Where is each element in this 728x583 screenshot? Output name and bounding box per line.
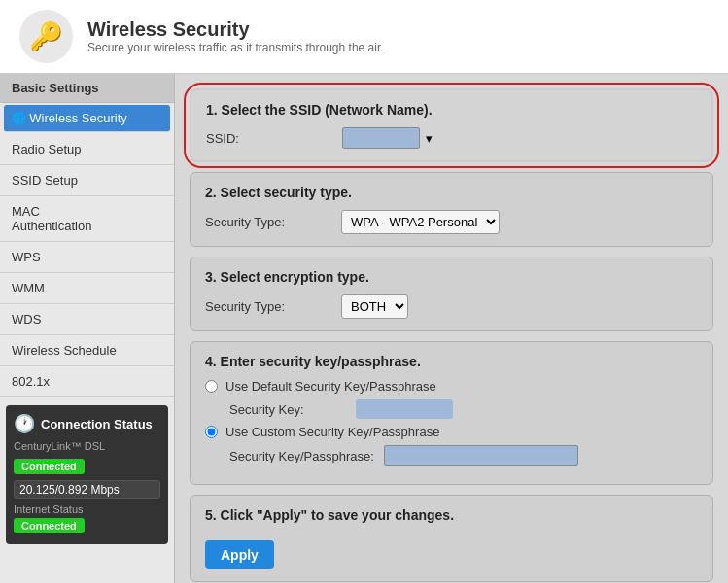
passphrase-label: Security Key/Passphrase:	[229, 449, 374, 463]
internet-status-label: Internet Status	[14, 503, 160, 515]
security-type-form-row: Security Type: WPA - WPA2 Personal Open …	[205, 210, 698, 234]
radio-custom-key-input[interactable]	[205, 426, 218, 438]
sidebar-item-wireless-security[interactable]: Wireless Security	[4, 105, 170, 132]
security-key-section: 4. Enter security key/passphrase. Use De…	[190, 341, 713, 485]
radio-default-key-label: Use Default Security Key/Passphrase	[225, 379, 436, 394]
security-key-label: Security Key:	[229, 402, 346, 417]
security-key-blurred	[356, 399, 453, 419]
ssid-select-wrapper: ▾	[342, 127, 433, 149]
sidebar-item-ssid-setup[interactable]: SSID Setup	[0, 165, 174, 196]
section2-title: 2. Select security type.	[205, 185, 698, 200]
connected-badge: Connected	[14, 459, 85, 474]
ssid-section: 1. Select the SSID (Network Name). SSID:…	[190, 88, 713, 162]
default-key-row: Security Key:	[229, 399, 698, 419]
speedometer-icon: 🕐	[14, 413, 35, 434]
page-title: Wireless Security	[87, 18, 384, 41]
sidebar-basic-settings-title: Basic Settings	[0, 74, 174, 103]
ssid-oval-outline	[184, 83, 719, 168]
sidebar-item-wps[interactable]: WPS	[0, 242, 174, 273]
encryption-type-select[interactable]: BOTH TKIP AES	[341, 294, 408, 319]
apply-button[interactable]: Apply	[205, 540, 274, 569]
radio-custom-key: Use Custom Security Key/Passphrase	[205, 425, 698, 439]
main-layout: Basic Settings Wireless Security Radio S…	[0, 74, 728, 583]
encryption-type-section: 3. Select encryption type. Security Type…	[190, 257, 713, 331]
security-type-label: Security Type:	[205, 215, 331, 229]
sidebar-item-wds[interactable]: WDS	[0, 304, 174, 335]
header-text: Wireless Security Secure your wireless t…	[87, 18, 384, 54]
encryption-type-label: Security Type:	[205, 299, 331, 314]
ssid-blurred-value	[342, 127, 420, 149]
section5-title: 5. Click "Apply" to save your changes.	[205, 507, 698, 523]
ssid-dropdown-arrow[interactable]: ▾	[426, 131, 433, 146]
internet-connected-badge: Connected	[14, 518, 85, 533]
security-type-section: 2. Select security type. Security Type: …	[190, 172, 713, 247]
passphrase-input[interactable]	[384, 445, 578, 466]
sidebar-item-wireless-schedule[interactable]: Wireless Schedule	[0, 335, 174, 366]
page-header: 🔑 Wireless Security Secure your wireless…	[0, 0, 728, 74]
sidebar-item-wmm[interactable]: WMM	[0, 273, 174, 304]
ssid-label: SSID:	[206, 131, 332, 146]
custom-key-row: Security Key/Passphrase:	[229, 445, 698, 466]
sidebar: Basic Settings Wireless Security Radio S…	[0, 74, 175, 583]
encryption-type-form-row: Security Type: BOTH TKIP AES	[205, 294, 698, 319]
section1-title: 1. Select the SSID (Network Name).	[206, 102, 697, 118]
speed-text: 20.125/0.892 Mbps	[14, 480, 160, 499]
isp-label: CenturyLink™ DSL	[14, 440, 160, 452]
apply-section: 5. Click "Apply" to save your changes. A…	[190, 495, 713, 582]
header-icon: 🔑	[19, 10, 73, 63]
radio-default-key: Use Default Security Key/Passphrase	[205, 379, 698, 394]
security-type-select[interactable]: WPA - WPA2 Personal Open WEP WPA Persona…	[341, 210, 500, 234]
sidebar-item-radio-setup[interactable]: Radio Setup	[0, 134, 174, 165]
connection-status-title: 🕐 Connection Status	[14, 413, 160, 434]
sidebar-item-mac-authentication[interactable]: MACAuthentication	[0, 196, 174, 242]
connection-status-box: 🕐 Connection Status CenturyLink™ DSL Con…	[6, 405, 168, 544]
section3-title: 3. Select encryption type.	[205, 269, 698, 285]
page-subtitle: Secure your wireless traffic as it trans…	[87, 41, 384, 54]
radio-custom-key-label: Use Custom Security Key/Passphrase	[225, 425, 439, 439]
section4-title: 4. Enter security key/passphrase.	[205, 354, 698, 369]
sidebar-item-8021x[interactable]: 802.1x	[0, 366, 174, 397]
radio-default-key-input[interactable]	[205, 380, 218, 393]
ssid-form-row: SSID: ▾	[206, 127, 697, 149]
content-area: 1. Select the SSID (Network Name). SSID:…	[175, 74, 728, 583]
